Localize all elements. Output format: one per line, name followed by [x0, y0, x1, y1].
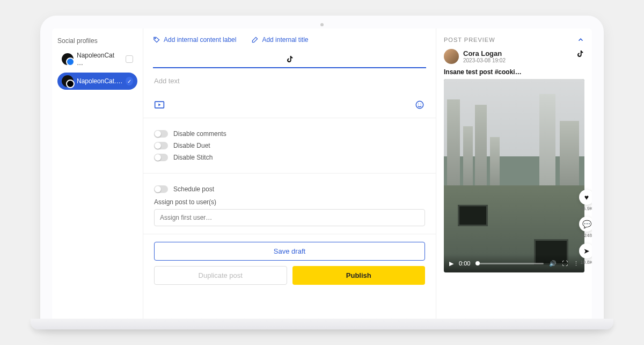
toggle-switch[interactable]	[154, 142, 168, 149]
comment-icon: 💬	[579, 217, 592, 232]
profile-checkbox[interactable]	[126, 55, 133, 63]
preview-user-name: Cora Logan	[463, 49, 506, 58]
publish-button[interactable]: Publish	[292, 266, 426, 285]
heart-icon: ♥	[579, 190, 592, 205]
media-toolbar	[143, 99, 436, 118]
toggle-disable-stitch[interactable]: Disable Stitch	[154, 154, 425, 161]
network-tab-bar	[153, 51, 426, 68]
collapse-preview-button[interactable]	[577, 36, 584, 44]
toggle-disable-duet[interactable]: Disable Duet	[154, 142, 425, 149]
schedule-section: Schedule post Assign post to user(s)	[143, 174, 436, 234]
add-content-label-link[interactable]: Add internal content label	[153, 36, 236, 44]
shares-stat[interactable]: ➤ 10.8K	[579, 243, 592, 265]
toggle-switch[interactable]	[154, 130, 168, 138]
play-icon[interactable]: ▶	[449, 260, 453, 267]
duplicate-post-button[interactable]: Duplicate post	[154, 266, 287, 285]
profile-item-facebook[interactable]: NapoleonCat …	[57, 49, 137, 69]
profile-name: NapoleonCat …	[77, 52, 122, 67]
preview-video[interactable]: ▶ 0:00 🔊 ⛶ ⋮	[444, 79, 584, 272]
toggle-switch[interactable]	[154, 185, 168, 193]
options-section: Disable comments Disable Duet Disable St…	[143, 118, 436, 174]
preview-caption: Insane test post #cooki…	[444, 68, 584, 76]
tiktok-icon	[576, 49, 584, 59]
comments-stat[interactable]: 💬 2248	[579, 217, 592, 238]
edit-icon	[251, 36, 259, 44]
preview-timestamp: 2023-03-08 19:02	[463, 58, 506, 63]
actions-section: Save draft Duplicate post Publish	[143, 234, 436, 292]
add-media-icon[interactable]	[154, 99, 165, 110]
tiktok-icon[interactable]	[286, 54, 294, 64]
video-time: 0:00	[459, 260, 470, 267]
add-title-link[interactable]: Add internal title	[251, 36, 308, 44]
laptop-base	[31, 319, 613, 329]
svg-point-3	[418, 104, 419, 105]
preview-heading: POST PREVIEW	[444, 37, 495, 43]
laptop-frame: Social profiles NapoleonCat … NapoleonCa…	[40, 16, 604, 329]
volume-icon[interactable]: 🔊	[549, 260, 557, 267]
profile-item-tiktok[interactable]: NapoleonCat.… ✓	[57, 73, 137, 90]
svg-point-0	[155, 38, 156, 39]
svg-point-2	[416, 101, 423, 109]
emoji-icon[interactable]	[414, 99, 425, 110]
video-scrubber[interactable]	[475, 263, 544, 264]
svg-point-4	[421, 104, 422, 105]
preview-user: Cora Logan 2023-03-08 19:02	[444, 49, 506, 64]
fullscreen-icon[interactable]: ⛶	[562, 260, 568, 267]
toggle-schedule-post[interactable]: Schedule post	[154, 185, 425, 193]
toggle-disable-comments[interactable]: Disable comments	[154, 130, 425, 138]
social-profiles-panel: Social profiles NapoleonCat … NapoleonCa…	[52, 28, 143, 319]
profile-avatar-icon	[62, 53, 74, 65]
profile-name: NapoleonCat.…	[77, 77, 122, 85]
save-draft-button[interactable]: Save draft	[154, 242, 425, 261]
app-screen: Social profiles NapoleonCat … NapoleonCa…	[52, 28, 592, 319]
likes-stat[interactable]: ♥ 45.9K	[579, 190, 592, 211]
share-icon: ➤	[579, 243, 592, 258]
post-editor-panel: Add internal content label Add internal …	[143, 28, 436, 319]
engagement-stats: ♥ 45.9K 💬 2248 ➤ 10.8K	[579, 190, 592, 265]
video-controls[interactable]: ▶ 0:00 🔊 ⛶ ⋮	[444, 254, 584, 272]
assign-label: Assign post to user(s)	[154, 198, 425, 206]
assign-user-input[interactable]	[154, 209, 425, 226]
avatar	[444, 49, 459, 64]
laptop-camera	[320, 23, 324, 26]
profile-selected-icon: ✓	[126, 77, 133, 85]
profile-avatar-icon	[62, 75, 74, 87]
more-icon[interactable]: ⋮	[573, 260, 579, 267]
post-preview-panel: POST PREVIEW Cora Logan 2023-03-08 19:02	[436, 28, 592, 319]
post-text-input[interactable]: Add text	[143, 68, 436, 99]
social-profiles-title: Social profiles	[57, 37, 137, 45]
editor-header: Add internal content label Add internal …	[143, 28, 436, 51]
tag-icon	[153, 36, 160, 44]
toggle-switch[interactable]	[154, 154, 168, 161]
